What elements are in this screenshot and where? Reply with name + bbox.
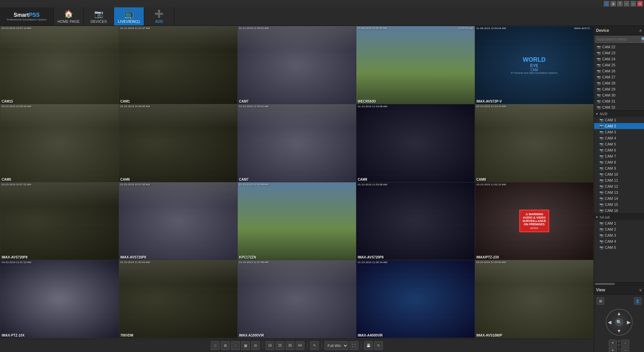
zoom-in-btn[interactable]: + [609,340,617,346]
cam-cell-a4000[interactable]: 01-23-2019 11:00:14 AM IMAX-A4000VIR [356,260,475,338]
device-item-cam24[interactable]: 📷 CAM 24 [594,56,644,62]
help-icon[interactable]: ? [617,1,623,6]
device-item-cam25[interactable]: 📷 CAM 25 [594,62,644,68]
device-item-hd-cam3[interactable]: 📷 CAM 3 [594,232,644,238]
device-item-cam27[interactable]: 📷 CAM 27 [594,74,644,80]
layout-3x3-btn[interactable]: ⋮ [231,341,240,350]
cam-cell-r3c2[interactable]: 01-23-2019 10:57:05 AM IMAX-AVS720P8 [119,182,237,260]
ptz-center-btn[interactable]: 🔍 [615,318,623,326]
cam-icon: 📷 [597,106,601,109]
nav-liveview[interactable]: 📺 LIVEVIEW(1) [114,7,144,25]
ptz-up-btn[interactable]: ▲ [617,311,622,316]
device-label: CAM 14 [605,196,618,200]
device-item-nvr-cam2[interactable]: 📷 CAM 2 [594,123,644,129]
cam-cell-kpc[interactable]: 01-23-2019 11:03:08 AM KPC172ZN [238,182,356,260]
device-item-nvr-cam10[interactable]: 📷 CAM 10 [594,171,644,177]
layout-36-btn[interactable]: 36 [286,341,294,350]
cam-cell-9[interactable]: 03-23-2019 11:23:15 AM CAM9 [475,104,593,182]
cam-label: CAM9 [476,178,486,181]
device-item-hd-cam1[interactable]: 📷 CAM 1 [594,220,644,226]
expand-btn[interactable]: ⛶ [350,341,358,350]
cam-cell-6[interactable]: 01-23-2019 10:56:05 AM CAM6 [119,104,237,182]
device-item-nvr-cam3[interactable]: 📷 CAM 3 [594,129,644,135]
person-btn[interactable]: 👤 [634,297,641,305]
ptz-down-btn[interactable]: ▼ [617,328,622,334]
device-item-nvr-cam13[interactable]: 📷 CAM 13 [594,189,644,195]
device-item-nvr-cam14[interactable]: 📷 CAM 14 [594,195,644,201]
ptz-right-btn[interactable]: ▶ [627,319,631,325]
layout-5-btn[interactable]: ⊟ [251,341,260,350]
device-item-nvr-cam5[interactable]: 📷 CAM 5 [594,141,644,147]
device-item-nvr-cam8[interactable]: 📷 CAM 8 [594,159,644,165]
nav-add[interactable]: ➕ ADD [144,7,174,25]
layout-grid-btn[interactable]: ⊞ [597,297,604,305]
focus-near-btn[interactable]: - [621,347,629,352]
ptz-left-btn[interactable]: ◀ [608,319,611,325]
search-button[interactable]: 🔍 [641,36,644,43]
device-item-cam32[interactable]: 📷 CAM 32 [594,104,644,110]
layout-4x4-btn[interactable]: ▦ [241,341,250,350]
device-item-nvr-cam9[interactable]: 📷 CAM 9 [594,165,644,171]
layout-64-btn[interactable]: 64 [296,341,304,350]
cam-cell-8[interactable]: 01-23-2019 11:03:08 AM CAM8 [356,104,475,182]
layout-1x1-btn[interactable]: □ [211,341,220,350]
refresh-btn[interactable]: ↻ [374,341,383,350]
edit-btn[interactable]: ✎ [310,341,319,350]
user-icon[interactable]: 👤 [604,1,609,6]
device-item-nvr-cam11[interactable]: 📷 CAM 11 [594,177,644,183]
nav-home[interactable]: 🏠 HOME PAGE [54,7,84,25]
cam-cell-a1000[interactable]: 01-23-2019 11:07:08 AM IMAX-A1000VIR [238,260,356,338]
minimize-button[interactable]: ─ [624,1,629,6]
device-item-hd-cam2[interactable]: 📷 CAM 2 [594,226,644,232]
device-item-hd-cam5[interactable]: 📷 CAM 5 [594,244,644,250]
focus-wide-btn[interactable]: + [609,347,617,352]
device-item-cam29[interactable]: 📷 CAM 29 [594,86,644,92]
device-item-cam22[interactable]: 📷 CAM 22 [594,44,644,50]
hd-sdi-section-header[interactable]: ▼ hd-sdi [594,214,644,220]
device-panel-collapse[interactable]: ∧ [639,28,642,33]
cam-cell-7a[interactable]: 01-21-2019 11:39:31 AM CAM7 [238,26,356,104]
device-item-cam31[interactable]: 📷 CAM 31 [594,98,644,104]
fullwin-select[interactable]: Full-Win [325,341,348,350]
cam-cell-700[interactable]: 01-23-2019 11:00:03 AM 700VDM [119,260,237,338]
device-item-cam30[interactable]: 📷 CAM 30 [594,92,644,98]
layout-2x2-btn[interactable]: ⊞ [221,341,230,350]
nvr-section-header[interactable]: ▼ NVR [594,110,644,117]
device-item-cam28[interactable]: 📷 CAM 28 [594,80,644,86]
horizontal-scrollbar[interactable] [594,282,644,285]
cam-cell-7b[interactable]: 01-23-2019 11:39:31 AM CAM7 [238,104,356,182]
device-list: 📷 CAM 22 📷 CAM 23 📷 CAM 24 📷 CAM 25 📷 [594,44,644,282]
cam-cell-r3c4[interactable]: 01-23-2019 11:03:08 AM IMAX-AVS720P8 [356,182,475,260]
view-panel-collapse[interactable]: ∨ [639,288,642,292]
layout-25-btn[interactable]: 25 [276,341,284,350]
device-item-nvr-cam15[interactable]: 📷 CAM 15 [594,201,644,208]
cam-icon: 📷 [599,124,603,128]
cam-cell-ptz[interactable]: 03-23-2019 11:01:13 AM IMAX-PTZ-10X [0,260,119,338]
device-item-nvr-cam7[interactable]: 📷 CAM 7 [594,153,644,159]
save-btn[interactable]: 💾 [364,341,373,350]
network-icon[interactable]: 🖥 [610,1,616,6]
device-item-cam26[interactable]: 📷 CAM 26 [594,68,644,74]
search-input[interactable] [595,36,641,43]
device-item-hd-cam4[interactable]: 📷 CAM 4 [594,238,644,244]
zoom-out-btn[interactable]: - [621,340,629,346]
cam-cell-outdoor[interactable]: 01-08-2019 10:50:54 AM 10:50:54 AM WECR5… [356,26,475,104]
maximize-button[interactable]: □ [631,1,636,6]
device-item-nvr-cam4[interactable]: 📷 CAM 4 [594,135,644,141]
nav-devices[interactable]: 📷 DEVICES [84,7,114,25]
device-item-nvr-cam16[interactable]: 📷 CAM 16 [594,208,644,214]
cam-cell-1080p[interactable]: 03-23-2019 11:00:00 AM IMAX-AVS1080P [475,260,593,338]
cam-cell-15[interactable]: 03-23-2019 10:51:14 AM CAM15 [0,26,119,104]
device-item-cam23[interactable]: 📷 CAM 23 [594,50,644,56]
device-item-nvr-cam1[interactable]: 📷 CAM 1 [594,117,644,123]
cam-cell-5[interactable]: 03-23-2019 10:55:04 AM CAM5 [0,104,119,182]
cam-icon: 📷 [599,155,603,158]
layout-16-btn[interactable]: 16 [266,341,274,350]
device-item-nvr-cam6[interactable]: 📷 CAM 6 [594,147,644,153]
cam-cell-1[interactable]: 01-21-2019 11:24:37 AM CAM1 [119,26,237,104]
cam-cell-r3c1[interactable]: 03-23-2019 10:57:22 AM IMAX-AVS720P8 [0,182,119,260]
close-button[interactable]: ✕ [637,1,643,6]
cam-cell-warning[interactable]: 03-23-2019 11:02:15 AM ⚠ WARNINGAUDIO & … [475,182,593,260]
device-item-nvr-cam12[interactable]: 📷 CAM 12 [594,183,644,189]
cam-cell-brand[interactable]: 01-08-2019 10:54:04 AM WORLD EYE CAM IP … [475,26,593,104]
